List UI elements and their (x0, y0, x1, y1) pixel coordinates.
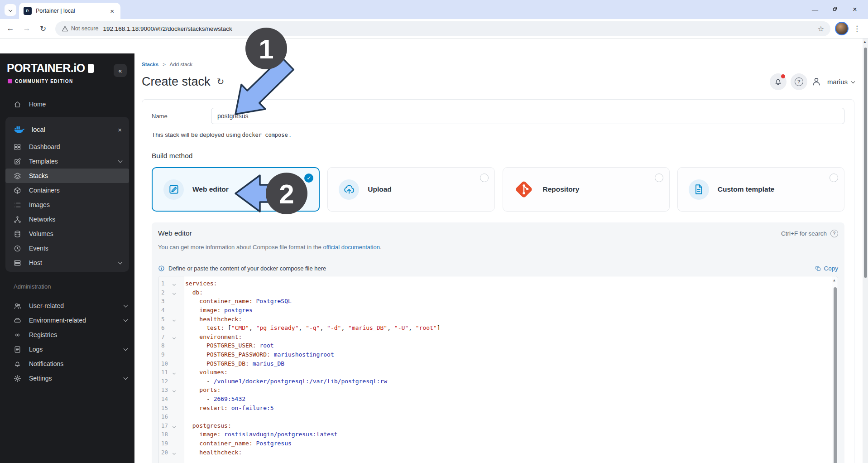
window-controls: — × (809, 0, 868, 19)
edition-square (8, 79, 12, 83)
list-icon (14, 201, 21, 209)
code-line: 3 container_name: PostgreSQL (158, 297, 838, 306)
name-label: Name (152, 113, 211, 120)
browser-toolbar: ← → ↻ Not secure 192.168.1.18:9000/#!/2/… (0, 19, 868, 39)
notifications-bell-button[interactable] (770, 73, 786, 90)
build-method-repository[interactable]: Repository (503, 167, 670, 212)
scroll-up-icon[interactable]: ▲ (833, 278, 835, 282)
fold-chevron-icon[interactable] (173, 452, 176, 455)
create-stack-card: Name This stack will be deployed usingdo… (142, 99, 854, 463)
build-method-title: Build method (152, 152, 844, 160)
radio-button[interactable] (480, 174, 489, 182)
logo-block (88, 64, 94, 73)
user-icon (811, 77, 821, 87)
radio-icon (14, 331, 21, 339)
screen: P. Portainer | local × — × ← → ↻ Not sec… (0, 0, 868, 463)
build-method-upload[interactable]: Upload (327, 167, 494, 212)
home-icon (14, 101, 21, 108)
fold-chevron-icon[interactable] (173, 425, 176, 428)
window-minimize-button[interactable]: — (809, 6, 821, 13)
chevron-down-icon (124, 376, 128, 380)
sidebar-item-events[interactable]: Events (5, 241, 129, 256)
profile-avatar[interactable] (835, 22, 849, 35)
editor-scrollbar-thumb[interactable] (834, 287, 837, 463)
username[interactable]: marius (827, 78, 848, 86)
code-line: 1services: (158, 279, 838, 288)
official-documentation-link[interactable]: official documentation (323, 244, 380, 251)
fold-chevron-icon[interactable] (173, 336, 176, 339)
help-button[interactable]: ? (791, 73, 807, 90)
address-bar[interactable]: Not secure 192.168.1.18:9000/#!/2/docker… (55, 21, 830, 36)
editor-scrollbar[interactable]: ▲ (832, 276, 838, 463)
environment-close-icon[interactable]: × (118, 126, 122, 134)
fold-chevron-icon[interactable] (173, 371, 176, 375)
breadcrumb-stacks-link[interactable]: Stacks (142, 62, 158, 67)
not-secure-label[interactable]: Not secure (71, 25, 98, 32)
code-line: 17 postgresus: (158, 421, 838, 430)
header-user-zone: ? marius (770, 73, 854, 90)
sidebar-item-settings[interactable]: Settings (0, 371, 134, 386)
fold-chevron-icon[interactable] (173, 318, 176, 322)
sidebar-item-home[interactable]: Home (0, 97, 134, 111)
fold-chevron-icon[interactable] (173, 283, 176, 286)
code-line: 19 container_name: Postgresus (158, 439, 838, 448)
fold-chevron-icon[interactable] (173, 292, 176, 295)
sidebar-item-environment-related[interactable]: Environment-related (0, 313, 134, 328)
page-scrollbar-thumb[interactable] (864, 48, 867, 278)
selected-check-icon[interactable]: ✓ (304, 174, 313, 183)
edit-icon (14, 158, 21, 165)
page-scrollbar[interactable]: ▲ (863, 39, 868, 463)
reload-button[interactable]: ↻ (37, 24, 49, 34)
browser-tab[interactable]: P. Portainer | local × (19, 3, 120, 19)
notification-badge (781, 74, 785, 78)
hdd-icon (14, 317, 21, 324)
tab-close-icon[interactable]: × (108, 7, 116, 15)
sidebar-collapse-button[interactable]: « (114, 64, 127, 77)
sidebar-item-volumes[interactable]: Volumes (5, 227, 129, 241)
url-text[interactable]: 192.168.1.18:9000/#!/2/docker/stacks/new… (103, 25, 814, 32)
browser-menu-icon[interactable]: ⋮ (853, 24, 861, 34)
sidebar-item-containers[interactable]: Containers (5, 183, 129, 198)
code-line: 10 POSTGRES_DB: marius_DB (158, 359, 838, 368)
build-method-web-editor[interactable]: Web editor✓ (152, 167, 320, 212)
main-content: Stacks > Add stack Create stack↻ ? mariu… (142, 53, 854, 463)
code-line: 11 volumes: (158, 368, 838, 377)
stack-name-input[interactable] (211, 108, 844, 124)
window-restore-button[interactable] (829, 6, 841, 13)
not-secure-warning-icon[interactable] (62, 25, 68, 32)
code-line: 18 image: rostislavdugin/postgresus:late… (158, 430, 838, 439)
chevron-down-icon (124, 347, 128, 351)
bookmark-star-icon[interactable]: ☆ (818, 24, 824, 33)
editbox-icon (163, 179, 184, 200)
sidebar-item-templates[interactable]: Templates (5, 154, 129, 169)
sidebar-item-user-related[interactable]: User-related (0, 299, 134, 313)
help-circle-icon[interactable]: ? (830, 230, 838, 237)
tab-search-button[interactable] (5, 4, 16, 16)
copy-button[interactable]: Copy (815, 265, 838, 272)
radio-button[interactable] (655, 174, 663, 182)
sidebar-item-notifications[interactable]: Notifications (0, 357, 134, 371)
page-title: Create stack↻ (142, 75, 224, 89)
chevron-down-icon (9, 8, 12, 12)
radio-button[interactable] (830, 174, 838, 182)
clock-icon (14, 245, 21, 252)
forward-button[interactable]: → (21, 24, 33, 33)
chevron-down-icon[interactable] (851, 80, 855, 83)
refresh-icon[interactable]: ↻ (217, 76, 225, 87)
back-button[interactable]: ← (5, 24, 16, 33)
sidebar-item-stacks[interactable]: Stacks (5, 169, 129, 183)
code-line: 16 (158, 412, 838, 421)
sidebar-item-images[interactable]: Images (5, 198, 129, 212)
scroll-up-icon[interactable]: ▲ (863, 40, 867, 44)
compose-code-editor[interactable]: 1services:2 db:3 container_name: Postgre… (158, 276, 838, 463)
environment-header-local[interactable]: local × (5, 120, 129, 140)
sidebar-item-host[interactable]: Host (5, 256, 129, 270)
sidebar-item-networks[interactable]: Networks (5, 212, 129, 227)
web-editor-title: Web editor (158, 229, 192, 237)
window-close-button[interactable]: × (849, 5, 861, 14)
sidebar-item-logs[interactable]: Logs (0, 342, 134, 357)
build-method-custom-template[interactable]: Custom template (677, 167, 844, 212)
sidebar-item-dashboard[interactable]: Dashboard (5, 140, 129, 154)
fold-chevron-icon[interactable] (173, 389, 176, 392)
sidebar-item-registries[interactable]: Registries (0, 328, 134, 342)
